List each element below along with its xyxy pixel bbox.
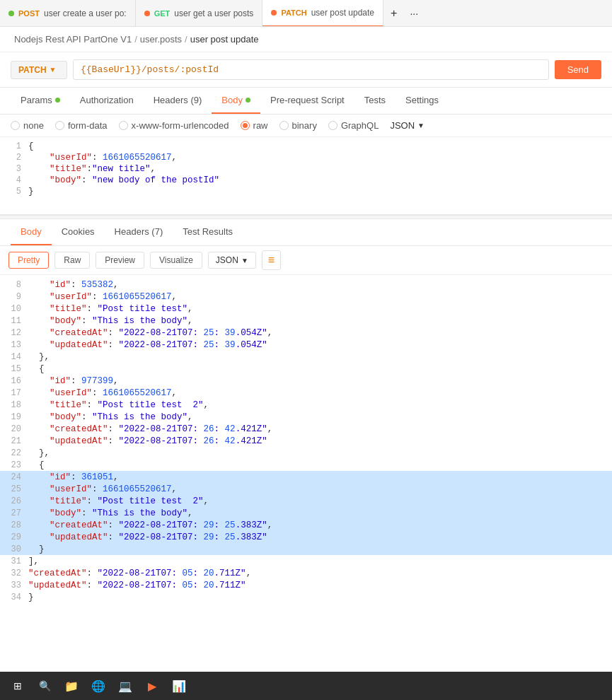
line-content: "body": "This is the body",: [28, 508, 612, 518]
res-tab-headers[interactable]: Headers (7): [105, 219, 173, 245]
response-line: 34}: [0, 591, 612, 603]
line-content: }: [28, 544, 612, 554]
line-content: "body": "This is the body",: [28, 412, 612, 422]
method-dropdown[interactable]: PATCH ▼: [11, 61, 67, 79]
response-line: 13 "updatedAt": "2022-08-21T07: 25: 39.0…: [0, 339, 612, 351]
binary-label: binary: [292, 120, 317, 131]
response-format-chevron-icon: ▼: [241, 257, 248, 264]
response-format-label: JSON: [216, 255, 238, 265]
line-content: "title": "Post title test 2",: [28, 400, 612, 410]
response-line: 19 "body": "This is the body",: [0, 411, 612, 423]
breadcrumb-part1[interactable]: Nodejs Rest API PartOne V1: [14, 34, 132, 45]
option-urlencoded[interactable]: x-www-form-urlencoded: [119, 120, 229, 131]
line-number: 18: [0, 400, 28, 410]
res-tab-test-results[interactable]: Test Results: [173, 219, 243, 245]
option-none[interactable]: none: [11, 120, 44, 131]
tab-body[interactable]: Body: [212, 88, 260, 114]
patch-method: PATCH: [281, 8, 306, 17]
response-line: 18 "title": "Post title test 2",: [0, 399, 612, 411]
pretty-button[interactable]: Pretty: [8, 252, 49, 269]
radio-none: [11, 121, 20, 130]
tab-settings[interactable]: Settings: [396, 88, 449, 114]
option-raw[interactable]: raw: [241, 120, 268, 131]
breadcrumb-part2[interactable]: user.posts: [140, 34, 182, 45]
line-content: "updatedAt": "2022-08-21T07: 29: 25.383Z…: [28, 532, 612, 542]
wrap-button[interactable]: ≡: [262, 250, 281, 270]
response-body: 8 "id": 535382,9 "userId": 1661065520617…: [0, 275, 612, 607]
line-content: "updatedAt": "2022-08-21T07: 25: 39.054Z…: [28, 340, 612, 350]
option-binary[interactable]: binary: [279, 120, 317, 131]
line-content: "createdAt": "2022-08-21T07: 29: 25.383Z…: [28, 520, 612, 530]
raw-button[interactable]: Raw: [54, 252, 90, 269]
tab-tests[interactable]: Tests: [354, 88, 396, 114]
line-content: "createdAt": "2022-08-21T07: 05: 20.711Z…: [28, 568, 612, 578]
tab-pre-request[interactable]: Pre-request Script: [260, 88, 354, 114]
url-input[interactable]: [73, 59, 549, 80]
graphql-label: GraphQL: [341, 120, 379, 131]
more-tabs-button[interactable]: ···: [404, 0, 424, 27]
breadcrumb-sep2: /: [185, 34, 187, 45]
tab-headers[interactable]: Headers (9): [144, 88, 212, 114]
response-line: 24 "id": 361051,: [0, 471, 612, 483]
line-number: 31: [0, 556, 28, 566]
code-line-3: 3 "title":"new title",: [0, 163, 612, 175]
post-method: POST: [18, 9, 40, 18]
response-line: 15 {: [0, 363, 612, 375]
code-line-4: 4 "body": "new body of the postId": [0, 175, 612, 186]
none-label: none: [23, 120, 44, 131]
response-line: 10 "title": "Post title test",: [0, 303, 612, 315]
line-number: 13: [0, 340, 28, 350]
plus-icon: +: [391, 7, 397, 20]
line-content: ],: [28, 556, 612, 566]
line-number: 10: [0, 304, 28, 314]
response-line: 28 "createdAt": "2022-08-21T07: 29: 25.3…: [0, 519, 612, 531]
wrap-icon: ≡: [268, 254, 275, 267]
request-body-editor[interactable]: 1 { 2 "userId": 1661065520617, 3 "title"…: [0, 137, 612, 215]
line-number: 23: [0, 460, 28, 470]
params-dot: [55, 98, 60, 103]
code-line-2: 2 "userId": 1661065520617,: [0, 152, 612, 163]
option-graphql[interactable]: GraphQL: [328, 120, 379, 131]
get-dot: [144, 11, 150, 16]
tests-label: Tests: [364, 95, 386, 105]
get-label: user get a user posts: [174, 8, 253, 18]
response-toolbar: Pretty Raw Preview Visualize JSON ▼ ≡: [0, 246, 612, 275]
tab-post[interactable]: POST user create a user po:: [0, 0, 136, 27]
response-line: 31],: [0, 555, 612, 567]
tab-authorization[interactable]: Authorization: [70, 88, 144, 114]
res-tab-body[interactable]: Body: [11, 219, 52, 245]
res-tab-cookies[interactable]: Cookies: [52, 219, 105, 245]
line-number: 24: [0, 472, 28, 482]
line-content: {: [28, 460, 612, 470]
preview-button[interactable]: Preview: [96, 252, 144, 269]
format-dropdown[interactable]: JSON ▼: [390, 120, 425, 131]
line-number: 32: [0, 568, 28, 578]
line-number: 22: [0, 448, 28, 458]
body-label: Body: [221, 95, 243, 105]
line-content: }: [28, 593, 612, 602]
breadcrumb-current: user post update: [190, 34, 259, 45]
more-icon: ···: [410, 8, 418, 19]
response-line: 8 "id": 535382,: [0, 279, 612, 291]
settings-label: Settings: [405, 95, 439, 105]
line-content: "id": 361051,: [28, 472, 612, 482]
new-tab-button[interactable]: +: [383, 0, 404, 27]
option-form-data[interactable]: form-data: [55, 120, 108, 131]
line-number: 26: [0, 496, 28, 506]
line-number: 14: [0, 352, 28, 362]
line-number: 12: [0, 328, 28, 338]
headers-label: Headers (9): [154, 95, 202, 105]
tab-patch[interactable]: PATCH user post update: [262, 0, 383, 27]
tab-params[interactable]: Params: [11, 88, 70, 114]
auth-label: Authorization: [80, 95, 134, 105]
breadcrumb: Nodejs Rest API PartOne V1 / user.posts …: [0, 27, 612, 52]
line-content: },: [28, 352, 612, 362]
line-number: 27: [0, 508, 28, 518]
raw-label: raw: [253, 120, 268, 131]
visualize-button[interactable]: Visualize: [150, 252, 202, 269]
get-method: GET: [154, 9, 171, 18]
send-button[interactable]: Send: [555, 60, 601, 79]
line-number: 30: [0, 544, 28, 554]
tab-get[interactable]: GET user get a user posts: [136, 0, 263, 27]
response-format-dropdown[interactable]: JSON ▼: [208, 252, 256, 269]
